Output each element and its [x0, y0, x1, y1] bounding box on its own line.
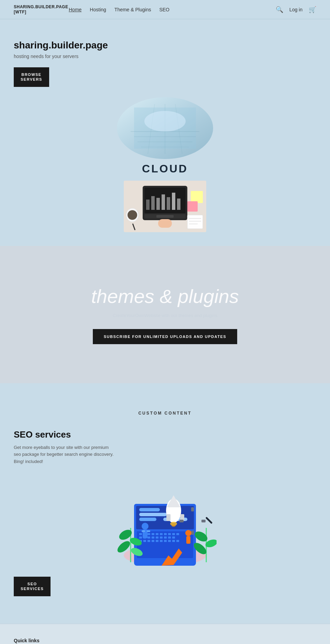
section-label: CUSTOM CONTENT	[14, 411, 316, 416]
svg-rect-75	[166, 514, 170, 521]
svg-rect-38	[147, 533, 150, 535]
svg-rect-83	[179, 520, 184, 522]
nav-home[interactable]: Home	[69, 7, 81, 12]
svg-rect-22	[158, 219, 172, 228]
cloud-illustration	[113, 94, 217, 162]
svg-rect-63	[172, 540, 175, 542]
svg-rect-23	[156, 215, 174, 218]
seo-illustration-container	[113, 476, 217, 566]
seo-illustration	[113, 473, 217, 569]
svg-rect-19	[172, 193, 175, 210]
svg-rect-56	[143, 540, 146, 542]
svg-point-25	[128, 210, 137, 220]
svg-rect-44	[172, 533, 175, 535]
svg-point-6	[144, 111, 186, 132]
themes-subtitle: CreateYourOwnWebsite with our themes and…	[113, 313, 217, 318]
seo-description: Get more eyeballs to your site with our …	[14, 444, 117, 465]
nav-hosting[interactable]: Hosting	[90, 7, 106, 12]
nav-theme-plugins[interactable]: Theme & Plugins	[114, 7, 151, 12]
svg-rect-58	[152, 540, 154, 542]
svg-rect-59	[156, 540, 158, 542]
hero-section: sharing.builder.page hosting needs for y…	[0, 19, 330, 246]
hero-title: sharing.builder.page	[14, 40, 316, 51]
svg-rect-64	[176, 540, 179, 542]
header-actions: 🔍 Log in 🛒	[276, 6, 316, 13]
svg-rect-40	[156, 533, 158, 535]
svg-rect-28	[187, 215, 203, 229]
laptop-illustration	[124, 181, 206, 232]
svg-rect-54	[172, 536, 175, 539]
browse-servers-button[interactable]: BROWSESERVERS	[14, 67, 49, 87]
svg-rect-39	[152, 533, 154, 535]
svg-marker-72	[167, 495, 180, 507]
svg-rect-50	[156, 536, 158, 539]
search-icon[interactable]: 🔍	[276, 6, 283, 13]
cart-icon[interactable]: 🛒	[309, 6, 316, 13]
svg-point-87	[142, 523, 148, 530]
svg-rect-16	[156, 198, 160, 210]
svg-rect-84	[201, 520, 206, 522]
custom-content-section: CUSTOM CONTENT SEO services Get more eye…	[0, 383, 330, 624]
footer: Quick links Contact Us Privacy Policy Te…	[0, 624, 330, 644]
svg-rect-53	[168, 536, 171, 539]
brand-name: SHARING.BUILDER.PAGE [WTF]	[14, 4, 55, 14]
svg-rect-48	[147, 536, 150, 539]
cloud-label: CLOUD	[142, 162, 188, 175]
svg-rect-42	[164, 533, 167, 535]
svg-rect-41	[160, 533, 163, 535]
svg-rect-36	[139, 533, 142, 535]
hero-subtitle: hosting needs for your servers	[14, 54, 316, 59]
seo-title: SEO services	[14, 429, 316, 440]
svg-rect-51	[160, 536, 163, 539]
login-link[interactable]: Log in	[289, 7, 302, 12]
svg-rect-90	[147, 530, 150, 532]
header: SHARING.BUILDER.PAGE [WTF] Home Hosting …	[0, 0, 330, 19]
svg-rect-67	[139, 508, 160, 511]
nav-seo[interactable]: SEO	[159, 7, 169, 12]
svg-rect-62	[168, 540, 171, 542]
subscribe-button[interactable]: SUBSCRIBE FOR UNLIMITED UPLOADS AND UPDA…	[93, 329, 238, 344]
themes-section: themes & plugins CreateYourOwnWebsite wi…	[0, 246, 330, 383]
svg-rect-20	[177, 199, 180, 210]
svg-rect-57	[147, 540, 150, 542]
svg-rect-26	[191, 191, 203, 203]
footer-quick-links-title: Quick links	[14, 638, 316, 643]
seo-services-button[interactable]: SEOSERVICES	[14, 577, 51, 596]
svg-rect-60	[160, 540, 163, 542]
svg-rect-81	[191, 507, 194, 511]
svg-rect-17	[162, 194, 165, 210]
svg-rect-89	[142, 530, 145, 532]
svg-rect-46	[139, 536, 142, 539]
svg-rect-43	[168, 533, 171, 535]
svg-point-78	[172, 524, 176, 527]
svg-rect-61	[164, 540, 167, 542]
svg-rect-45	[176, 533, 179, 535]
svg-rect-27	[187, 201, 198, 212]
main-nav: Home Hosting Theme & Plugins SEO	[69, 7, 276, 12]
svg-rect-52	[164, 536, 167, 539]
svg-rect-92	[186, 536, 190, 544]
svg-point-91	[185, 530, 191, 536]
themes-title: themes & plugins	[91, 285, 239, 307]
hero-illustration: CLOUD	[14, 94, 316, 232]
svg-rect-15	[151, 196, 155, 210]
svg-rect-14	[146, 200, 150, 210]
svg-line-86	[207, 518, 211, 523]
svg-rect-82	[191, 531, 194, 535]
svg-rect-69	[139, 518, 156, 521]
svg-rect-18	[167, 197, 170, 210]
svg-rect-49	[152, 536, 154, 539]
svg-rect-68	[139, 513, 167, 516]
